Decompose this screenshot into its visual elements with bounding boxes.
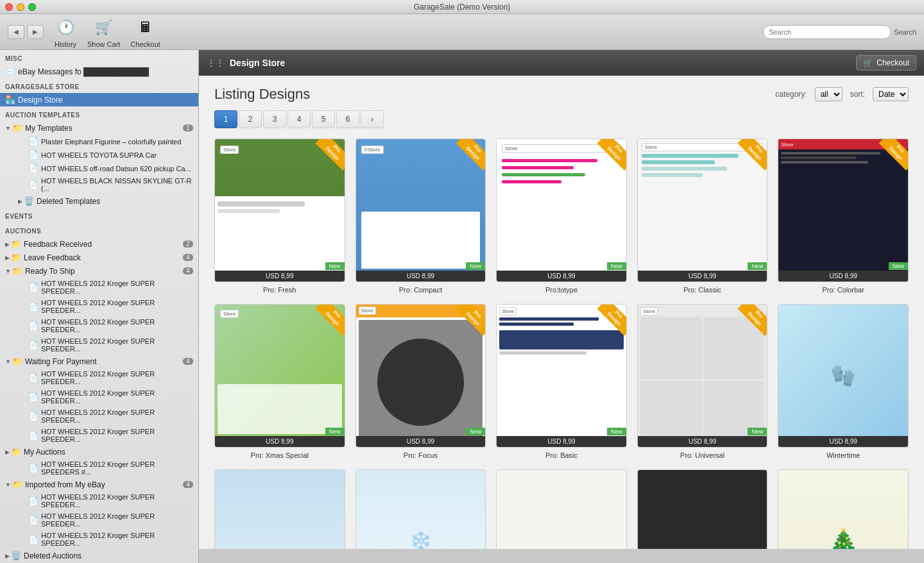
design-card-basic[interactable]: Store ProDesign New USD 8,99 Pro: Basic	[496, 304, 627, 459]
template-item-3[interactable]: 📄 HOT WHEELS off-road Datsun 620 pickup …	[0, 162, 198, 175]
leave-feedback-item[interactable]: ▶ 📁 Leave Feedback 4	[0, 251, 198, 264]
deleted-templates-label: Deleted Templates	[37, 197, 100, 206]
checkout-toolbar-button[interactable]: 🖩 Checkout	[130, 16, 160, 48]
wfp-item-2[interactable]: 📄 HOT WHEELS 2012 Kroger SUPER SPEEDER..…	[0, 387, 198, 407]
waiting-for-payment-label: Waiting For Payment	[25, 357, 97, 366]
imported-item-1[interactable]: 📄 HOT WHEELS 2012 Kroger SUPER SPEEDER..…	[0, 491, 198, 510]
design-card-snow[interactable]: ❄️ USD 3,99	[355, 469, 486, 549]
page-3-button[interactable]: 3	[263, 110, 286, 128]
design-card-wintertime[interactable]: 🧤 USD 8,99 Wintertime	[778, 304, 909, 459]
my-templates-badge: 1	[183, 124, 193, 131]
misc-header: MISC	[0, 53, 198, 65]
page-2-button[interactable]: 2	[239, 110, 262, 128]
feedback-received-badge: 2	[183, 240, 193, 248]
close-button[interactable]	[5, 3, 13, 11]
page-1-button[interactable]: 1	[214, 110, 237, 128]
my-auctions-item-label: HOT WHEELS 2012 Kroger SUPER SPEEDERS #.…	[41, 460, 193, 476]
template-item-2[interactable]: 📄 HOT WHEELS TOYOTA SUPRA Car	[0, 148, 198, 162]
auctions-header: AUCTIONS	[0, 225, 198, 237]
ready-to-ship-item[interactable]: ▼ 📁 Ready To Ship 4	[0, 264, 198, 278]
design-card-universal[interactable]: Store ProDesign New USD 8	[637, 304, 768, 459]
forward-button[interactable]: ▶	[27, 25, 44, 39]
ready-to-ship-label: Ready To Ship	[25, 267, 75, 276]
design-thumb-classic: Store ProDesign New USD 8,99	[637, 139, 768, 282]
design-card-fresh[interactable]: Store ProDesign New USD 8,99 Pro: Fresh	[214, 139, 345, 294]
history-button[interactable]: 🕐 History	[54, 16, 77, 48]
page-next-button[interactable]: ›	[361, 110, 384, 128]
imported-item[interactable]: ▼ 📁 Imported from My eBay 4	[0, 478, 198, 491]
doc-icon-i3: 📄	[28, 535, 38, 544]
design-store-item[interactable]: 🏪 Design Store	[0, 93, 198, 106]
toggle-icon-wfp: ▼	[5, 358, 11, 365]
design-name-xmas: Pro: Xmas Special	[251, 451, 309, 459]
toggle-icon: ▼	[5, 125, 11, 131]
design-card-dark[interactable]: USD 1,99	[637, 469, 768, 549]
design-card-focus[interactable]: Store ProDesign New USD 8	[355, 304, 486, 459]
deleted-templates-item[interactable]: ▶ 🗑️ Deleted Templates	[0, 194, 198, 208]
store-title: Design Store	[230, 58, 285, 68]
template-item-1[interactable]: 📄 Plaster Elephant Figurine – colorfully…	[0, 135, 198, 148]
price-prototype: USD 8,99	[497, 271, 626, 282]
page-5-button[interactable]: 5	[312, 110, 335, 128]
template-item-4[interactable]: 📄 HOT WHEELS BLACK NISSAN SKYLINE GT-R (…	[0, 175, 198, 194]
design-thumb-compact: ©Store ProDesign New USD 8,99	[355, 139, 486, 282]
ready-ship-item-4[interactable]: 📄 HOT WHEELS 2012 Kroger SUPER SPEEDER..…	[0, 335, 198, 355]
ready-ship-item-1[interactable]: 📄 HOT WHEELS 2012 Kroger SUPER SPEEDER..…	[0, 278, 198, 297]
new-badge-colorbar: New	[889, 262, 908, 270]
maximize-button[interactable]	[28, 3, 36, 11]
minimize-button[interactable]	[17, 3, 24, 11]
cart-icon: 🛒	[92, 16, 116, 39]
template-1-label: Plaster Elephant Figurine – colorfully p…	[41, 138, 181, 146]
design-card-compact[interactable]: ©Store ProDesign New USD 8,99 Pro: Compa…	[355, 139, 486, 294]
show-cart-button[interactable]: 🛒 Show Cart	[87, 16, 120, 48]
waiting-payment-item[interactable]: ▼ 📁 Waiting For Payment 4	[0, 355, 198, 368]
trash-folder-icon: 🗑️	[24, 196, 34, 206]
pro-badge-fresh: ProDesign	[312, 139, 345, 171]
design-name-focus: Pro: Focus	[404, 451, 438, 459]
price-basic: USD 8,99	[497, 436, 626, 447]
doc-icon-r3: 📄	[28, 321, 38, 331]
design-card-classic[interactable]: Store ProDesign New USD 8,99 Pro: Classi…	[637, 139, 768, 294]
design-card-prototype[interactable]: Store ProDesign New USD 8,99 Pro:totype	[496, 139, 627, 294]
pro-badge-compact: ProDesign	[453, 139, 485, 171]
back-button[interactable]: ◀	[8, 25, 24, 39]
ebay-messages-item[interactable]: ✉️ eBay Messages fo ████████████	[0, 65, 198, 78]
page-6-button[interactable]: 6	[336, 110, 359, 128]
design-thumb-xmastree: 🎄 USD 8,99	[778, 469, 909, 549]
search-label: Search	[894, 28, 916, 36]
wfp-item-4[interactable]: 📄 HOT WHEELS 2012 Kroger SUPER SPEEDER..…	[0, 426, 198, 445]
ready-ship-icon: 📁	[12, 266, 22, 276]
ready-ship-item-2[interactable]: 📄 HOT WHEELS 2012 Kroger SUPER SPEEDER..…	[0, 297, 198, 316]
sort-select[interactable]: Date	[873, 87, 909, 101]
page-4-button[interactable]: 4	[287, 110, 311, 128]
wfp-item-1[interactable]: 📄 HOT WHEELS 2012 Kroger SUPER SPEEDER..…	[0, 368, 198, 387]
title-bar: GarageSale (Demo Version)	[0, 0, 924, 14]
new-badge-compact: New	[466, 262, 485, 270]
price-xmas: USD 8,99	[215, 436, 345, 447]
doc-icon-ma1: 📄	[28, 464, 38, 473]
store-icon: 🏪	[5, 95, 15, 105]
ready-ship-item-3[interactable]: 📄 HOT WHEELS 2012 Kroger SUPER SPEEDER..…	[0, 316, 198, 335]
doc-icon-r4: 📄	[28, 340, 38, 350]
wfp-item-3[interactable]: 📄 HOT WHEELS 2012 Kroger SUPER SPEEDER..…	[0, 407, 198, 426]
toggle-icon-lf: ▶	[5, 255, 10, 261]
my-auctions-item[interactable]: ▶ 📁 My Auctions	[0, 445, 198, 458]
imported-item-3[interactable]: 📄 HOT WHEELS 2012 Kroger SUPER SPEEDER..…	[0, 530, 198, 549]
my-templates-item[interactable]: ▼ 📁 My Templates 1	[0, 121, 198, 135]
design-card-ski[interactable]: ⛷️ USD 3,99	[214, 469, 345, 549]
search-input[interactable]	[763, 25, 891, 39]
feedback-received-item[interactable]: ▶ 📁 Feedback Received 2	[0, 237, 198, 251]
design-card-xmastree[interactable]: 🎄 USD 8,99	[778, 469, 909, 549]
leave-feedback-badge: 4	[183, 254, 193, 261]
imported-item-2[interactable]: 📄 HOT WHEELS 2012 Kroger SUPER SPEEDER..…	[0, 510, 198, 530]
category-select[interactable]: all	[815, 87, 843, 101]
waiting-payment-badge: 4	[183, 358, 193, 365]
design-card-xmas[interactable]: Store ProDesign New USD 8,99 Pro: Xmas S…	[214, 304, 345, 459]
checkout-button[interactable]: 🛒 Checkout	[856, 55, 916, 71]
design-card-light[interactable]: USD 1,99	[496, 469, 627, 549]
design-card-colorbar[interactable]: Store ProDesign New USD 8,9	[778, 139, 909, 294]
grid-dots-icon: ⋮⋮	[207, 58, 225, 68]
deleted-auctions-item[interactable]: ▶ 🗑️ Deleted Auctions	[0, 549, 198, 562]
my-auctions-item-1[interactable]: 📄 HOT WHEELS 2012 Kroger SUPER SPEEDERS …	[0, 458, 198, 478]
category-label: category:	[775, 90, 807, 99]
